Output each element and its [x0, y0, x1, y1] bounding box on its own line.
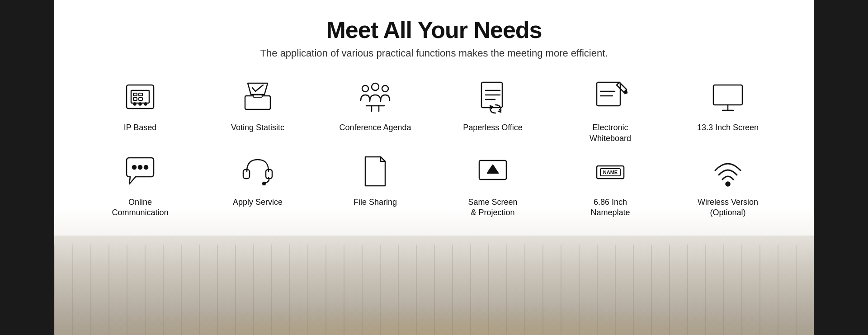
nameplate-icon: NAME — [590, 151, 631, 192]
svg-point-13 — [382, 85, 388, 92]
conference-agenda-label: Conference Agenda — [339, 123, 411, 133]
svg-point-34 — [138, 165, 142, 169]
svg-point-33 — [132, 165, 136, 169]
icon-item-online-comm: OnlineCommunication — [81, 147, 199, 222]
svg-rect-30 — [713, 85, 742, 105]
screen-icon — [708, 76, 748, 117]
svg-rect-9 — [245, 96, 270, 109]
whiteboard-icon — [590, 76, 631, 117]
background-room — [54, 208, 814, 335]
icon-item-ip-based: IP Based — [81, 73, 199, 147]
svg-marker-40 — [487, 165, 498, 173]
svg-point-38 — [263, 182, 265, 185]
screen-label: 13.3 Inch Screen — [697, 123, 759, 133]
paperless-label: Paperless Office — [463, 123, 523, 133]
conference-agenda-icon — [355, 76, 396, 117]
svg-rect-5 — [139, 98, 142, 100]
svg-rect-4 — [133, 98, 137, 100]
svg-point-12 — [362, 85, 368, 92]
svg-point-7 — [139, 103, 142, 105]
svg-text:NAME: NAME — [603, 170, 618, 175]
nameplate-label: 6.86 InchNameplate — [590, 197, 630, 218]
svg-point-14 — [372, 83, 379, 90]
voting-label: Voting Statisitc — [231, 123, 284, 133]
svg-rect-2 — [133, 93, 137, 96]
file-sharing-icon — [355, 151, 396, 192]
voting-icon — [237, 76, 278, 117]
seats-decoration — [54, 245, 814, 335]
wireless-label: Wireless Version(Optional) — [698, 197, 758, 218]
icon-item-wireless: Wireless Version(Optional) — [669, 147, 787, 222]
online-comm-label: OnlineCommunication — [112, 197, 168, 218]
svg-rect-3 — [139, 93, 142, 96]
page-title: Meet All Your Needs — [54, 17, 814, 43]
icons-row-1: IP Based Voting Statisitc — [81, 73, 787, 147]
paperless-icon — [472, 76, 513, 117]
left-sidebar — [0, 0, 54, 335]
file-sharing-label: File Sharing — [354, 197, 397, 208]
svg-marker-27 — [624, 90, 627, 94]
icons-row-2: OnlineCommunication — [81, 147, 787, 222]
icons-grid: IP Based Voting Statisitc — [54, 73, 814, 222]
icon-item-conference-agenda: Conference Agenda — [316, 73, 434, 147]
icon-item-screen: 13.3 Inch Screen — [669, 73, 787, 147]
svg-point-6 — [134, 103, 136, 105]
icon-item-nameplate: NAME 6.86 InchNameplate — [552, 147, 669, 222]
svg-rect-10 — [253, 95, 262, 97]
header-section: Meet All Your Needs The application of v… — [54, 0, 814, 68]
whiteboard-label: ElectronicWhiteboard — [590, 123, 631, 144]
icon-item-whiteboard: ElectronicWhiteboard — [552, 73, 669, 147]
ip-based-label: IP Based — [124, 123, 157, 133]
same-screen-label: Same Screen& Projection — [468, 197, 517, 218]
icon-item-apply-service: Apply Service — [199, 147, 316, 222]
wireless-icon — [708, 151, 748, 192]
ip-based-icon — [120, 76, 160, 117]
icon-item-voting: Voting Statisitc — [199, 73, 316, 147]
svg-rect-1 — [131, 90, 149, 103]
icon-item-same-screen: Same Screen& Projection — [434, 147, 552, 222]
svg-point-8 — [145, 103, 147, 105]
online-comm-icon — [120, 151, 160, 192]
icon-item-file-sharing: File Sharing — [316, 147, 434, 222]
svg-point-44 — [726, 182, 730, 186]
same-screen-icon — [472, 151, 513, 192]
icon-item-paperless: Paperless Office — [434, 73, 552, 147]
svg-point-35 — [144, 165, 148, 169]
page-subtitle: The application of various practical fun… — [54, 47, 814, 59]
apply-service-label: Apply Service — [233, 197, 283, 208]
apply-service-icon — [237, 151, 278, 192]
main-content: Meet All Your Needs The application of v… — [54, 0, 814, 335]
right-sidebar — [814, 0, 868, 335]
